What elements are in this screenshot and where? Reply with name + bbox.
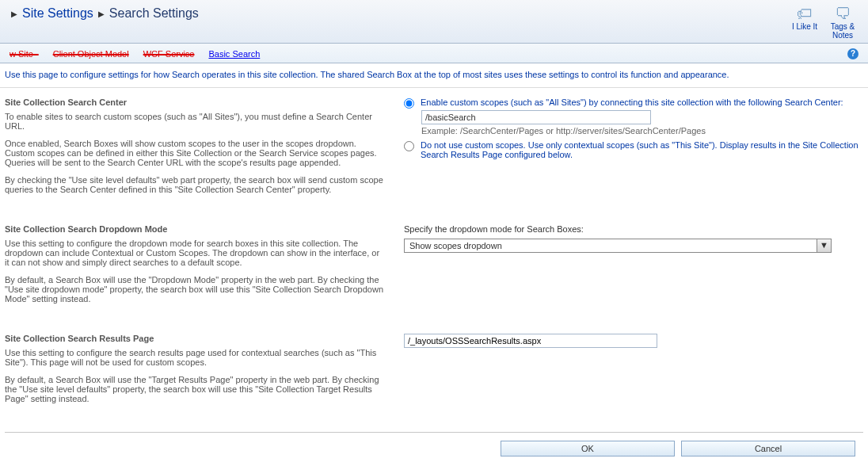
page-title: Search Settings — [109, 6, 199, 21]
radio-label: Enable custom scopes (such as "All Sites… — [421, 97, 843, 107]
ribbon-actions: 🏷 I Like It 🗨 Tags & Notes — [789, 5, 858, 40]
chevron-right-icon: ▶ — [98, 10, 105, 18]
tag-icon: 🏷 — [789, 5, 820, 22]
content: Site Collection Search Center To enable … — [0, 88, 868, 466]
chevron-down-icon: ▼ — [817, 239, 831, 252]
subnav: w Site - Client Object Model WCF Service… — [0, 44, 868, 63]
section-title: Site Collection Search Dropdown Mode — [5, 224, 385, 234]
section-title: Site Collection Search Results Page — [5, 334, 385, 343]
page-header: ▶ Site Settings ▶ Search Settings 🏷 I Li… — [0, 0, 868, 44]
radio-label: Do not use custom scopes. Use only conte… — [421, 140, 863, 159]
footer-buttons: OK Cancel — [5, 441, 863, 466]
cancel-button[interactable]: Cancel — [681, 441, 855, 456]
subnav-links: w Site - Client Object Model WCF Service… — [10, 49, 260, 59]
nav-item-struck: Client Object Model — [53, 49, 129, 59]
section-desc: By default, a Search Box will use the "D… — [5, 275, 385, 304]
help-icon[interactable]: ? — [847, 48, 858, 59]
tags-notes-button[interactable]: 🗨 Tags & Notes — [827, 5, 858, 40]
radio-enable-custom-scopes[interactable] — [404, 98, 414, 109]
ok-button[interactable]: OK — [501, 441, 675, 456]
breadcrumb: ▶ Site Settings ▶ Search Settings — [10, 5, 199, 21]
example-text: Example: /SearchCenter/Pages or http://s… — [421, 126, 863, 136]
section-desc: Once enabled, Search Boxes will show cus… — [5, 139, 385, 167]
section-desc: Use this setting to configure the search… — [5, 348, 385, 367]
section-title: Site Collection Search Center — [5, 97, 385, 107]
radio-no-custom-scopes[interactable] — [404, 141, 414, 151]
like-button[interactable]: 🏷 I Like It — [789, 5, 820, 40]
section-desc: Use this setting to configure the dropdo… — [5, 239, 385, 267]
section-desc: By checking the "Use site level defaults… — [5, 175, 385, 194]
divider — [5, 432, 863, 433]
section-results-page: Site Collection Search Results Page Use … — [5, 327, 863, 427]
nav-item-struck: w Site - — [10, 49, 39, 59]
dropdown-mode-select[interactable]: Show scopes dropdown ▼ — [404, 239, 832, 253]
note-icon: 🗨 — [827, 5, 858, 22]
intro-text: Use this page to configure settings for … — [0, 63, 868, 88]
chevron-right-icon: ▶ — [11, 10, 17, 18]
section-search-center: Site Collection Search Center To enable … — [5, 94, 863, 218]
section-desc: By default, a Search Box will use the "T… — [5, 375, 385, 403]
nav-item-basic-search[interactable]: Basic Search — [208, 49, 260, 59]
search-center-url-input[interactable] — [421, 110, 651, 124]
select-value: Show scopes dropdown — [405, 239, 817, 252]
section-desc: To enable sites to search custom scopes … — [5, 112, 385, 131]
results-page-input[interactable] — [404, 334, 657, 348]
breadcrumb-parent-link[interactable]: Site Settings — [22, 6, 93, 21]
section-dropdown-mode: Site Collection Search Dropdown Mode Use… — [5, 218, 863, 327]
tags-label: Tags & Notes — [827, 22, 858, 40]
field-label: Specify the dropdown mode for Search Box… — [404, 224, 863, 234]
nav-item-struck: WCF Service — [143, 49, 195, 59]
like-label: I Like It — [789, 22, 820, 31]
